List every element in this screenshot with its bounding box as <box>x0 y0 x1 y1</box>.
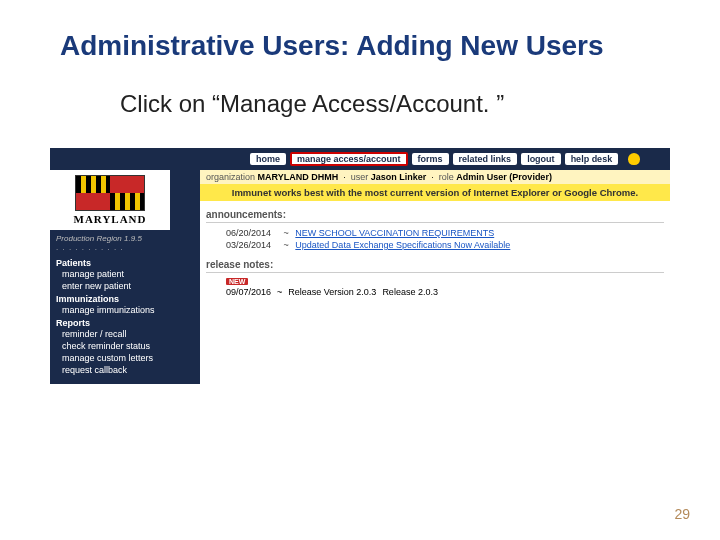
sidebar-item-reminder-recall[interactable]: reminder / recall <box>50 328 200 340</box>
release-row: 09/07/2016 ~ Release Version 2.0.3 Relea… <box>200 286 670 298</box>
nav-logout[interactable]: logout <box>521 153 561 165</box>
sidebar-header-patients: Patients <box>50 256 200 268</box>
org-user-row: organization MARYLAND DHMH · user Jason … <box>200 170 670 184</box>
nav-helpdesk[interactable]: help desk <box>565 153 619 165</box>
maryland-logo: MARYLAND <box>50 170 170 230</box>
slide-instruction: Click on “Manage Access/Account. ” <box>120 90 680 118</box>
sidebar-item-request-callback[interactable]: request callback <box>50 364 200 376</box>
main-content: organization MARYLAND DHMH · user Jason … <box>200 170 670 384</box>
nav-forms[interactable]: forms <box>412 153 449 165</box>
divider <box>206 272 664 273</box>
new-badge: NEW <box>226 278 248 285</box>
maryland-flag-icon <box>75 175 145 211</box>
release-tail: Release 2.0.3 <box>382 287 438 297</box>
release-date: 09/07/2016 <box>226 287 271 297</box>
role-value: Admin User (Provider) <box>456 172 552 182</box>
release-sep: ~ <box>277 287 282 297</box>
sidebar-item-manage-letters[interactable]: manage custom letters <box>50 352 200 364</box>
org-value: MARYLAND DHMH <box>258 172 339 182</box>
nav-manage-access[interactable]: manage access/account <box>290 152 408 166</box>
release-row: NEW <box>200 277 670 286</box>
lightbulb-icon[interactable] <box>628 153 640 165</box>
sidebar-item-manage-immunizations[interactable]: manage immunizations <box>50 304 200 316</box>
app-screenshot: home manage access/account forms related… <box>50 148 670 384</box>
slide-title: Administrative Users: Adding New Users <box>60 30 680 62</box>
sidebar-header-reports: Reports <box>50 316 200 328</box>
user-value: Jason Linker <box>371 172 427 182</box>
announcement-date: 06/20/2014 <box>226 228 271 238</box>
announcement-row: 03/26/2014 ~ Updated Data Exchange Speci… <box>200 239 670 251</box>
user-label: user <box>351 172 369 182</box>
compat-banner: Immunet works best with the most current… <box>200 184 670 201</box>
top-navbar: home manage access/account forms related… <box>50 148 670 170</box>
sidebar-item-check-reminder[interactable]: check reminder status <box>50 340 200 352</box>
announcement-link[interactable]: Updated Data Exchange Specifications Now… <box>295 240 510 250</box>
announcement-link[interactable]: NEW SCHOOL VACCINATION REQUIREMENTS <box>295 228 494 238</box>
nav-related-links[interactable]: related links <box>453 153 518 165</box>
sidebar-item-enter-new-patient[interactable]: enter new patient <box>50 280 200 292</box>
divider-dots: . . . . . . . . . . . <box>50 243 200 256</box>
page-number: 29 <box>674 506 690 522</box>
sidebar-header-immunizations: Immunizations <box>50 292 200 304</box>
announcement-sep: ~ <box>284 228 289 238</box>
sidebar: MARYLAND Production Region 1.9.5 . . . .… <box>50 170 200 384</box>
sidebar-item-manage-patient[interactable]: manage patient <box>50 268 200 280</box>
divider <box>206 222 664 223</box>
announcement-sep: ~ <box>284 240 289 250</box>
nav-home[interactable]: home <box>250 153 286 165</box>
maryland-logo-text: MARYLAND <box>74 213 147 225</box>
role-label: role <box>439 172 454 182</box>
announcement-date: 03/26/2014 <box>226 240 271 250</box>
announcements-header: announcements: <box>200 201 670 222</box>
org-label: organization <box>206 172 255 182</box>
region-label: Production Region 1.9.5 <box>50 230 200 243</box>
announcement-row: 06/20/2014 ~ NEW SCHOOL VACCINATION REQU… <box>200 227 670 239</box>
release-header: release notes: <box>200 251 670 272</box>
release-link[interactable]: Release Version 2.0.3 <box>288 287 376 297</box>
